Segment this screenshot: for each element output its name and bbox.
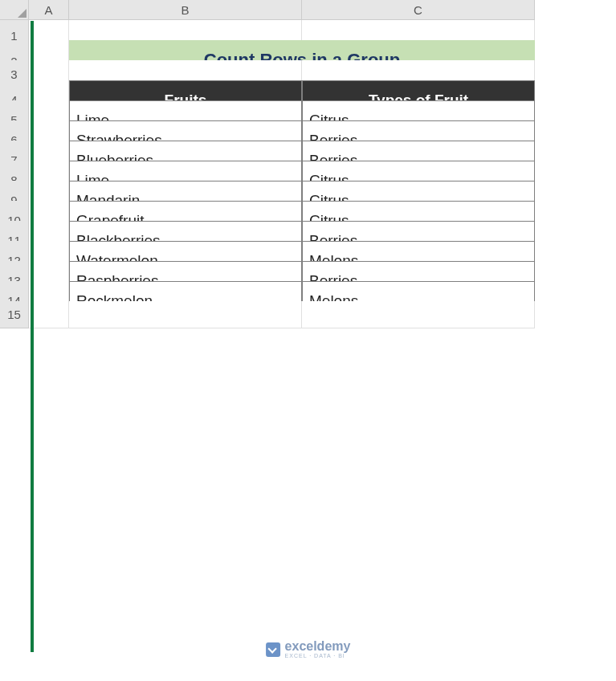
watermark-subtext: EXCEL · DATA · BI [285,653,351,659]
col-header-a[interactable]: A [29,0,69,20]
outline-indicator [31,21,34,652]
col-header-b[interactable]: B [69,0,302,20]
cell-c15[interactable] [302,301,535,328]
watermark-text: exceldemy [285,640,351,653]
watermark-icon [266,642,280,657]
spreadsheet-grid: A B C 1 2 Count Rows in a Group 3 4 Frui… [0,0,616,321]
col-header-c[interactable]: C [302,0,535,20]
cell-b15[interactable] [69,301,302,328]
select-all-corner[interactable] [0,0,29,20]
watermark: exceldemy EXCEL · DATA · BI [266,640,351,659]
cell-a15[interactable] [29,301,69,328]
row-header-15[interactable]: 15 [0,301,29,328]
